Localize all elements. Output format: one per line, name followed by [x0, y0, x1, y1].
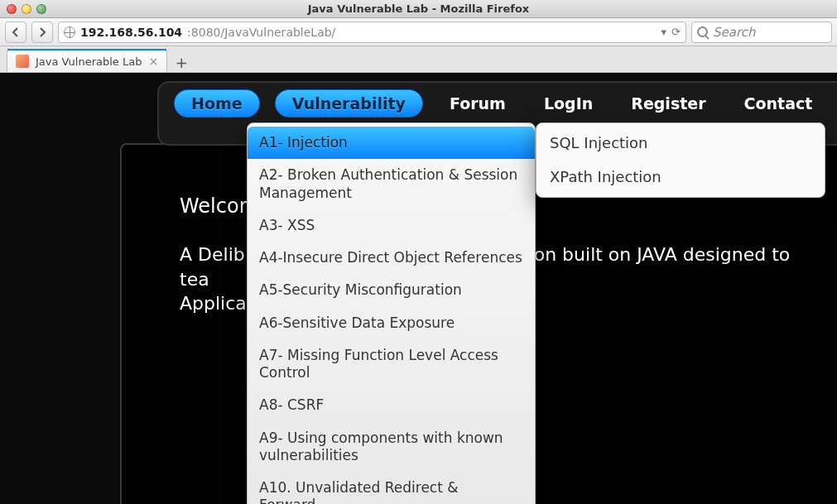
submenu-sql-injection[interactable]: SQL Injection: [536, 127, 825, 161]
menu-a1-injection[interactable]: A1- Injection: [248, 127, 535, 159]
tab-strip: Java Vulnerable Lab × +: [0, 46, 837, 73]
page-content: Welcom A Delib on built on JAVA designed…: [0, 73, 837, 504]
maximize-window-button[interactable]: [36, 4, 46, 14]
menu-a7-access-control[interactable]: A7- Missing Function Level Access Contro…: [248, 339, 535, 390]
window-titlebar: Java Vulnerable Lab - Mozilla Firefox: [0, 0, 837, 18]
favicon-icon: [16, 55, 29, 68]
browser-toolbar: 192.168.56.104:8080/JavaVulnerableLab/ ▾…: [0, 18, 837, 46]
minimize-window-button[interactable]: [22, 4, 31, 14]
nav-register[interactable]: Register: [619, 89, 717, 118]
tab-label: Java Vulnerable Lab: [36, 55, 142, 68]
submenu-xpath-injection[interactable]: XPath Injection: [536, 161, 825, 194]
search-icon: [697, 26, 708, 37]
tab-close-icon[interactable]: ×: [148, 55, 158, 68]
url-bar[interactable]: 192.168.56.104:8080/JavaVulnerableLab/ ▾…: [58, 22, 686, 43]
forward-button[interactable]: [31, 22, 53, 43]
desc-frag-1: A Delib: [180, 244, 245, 265]
nav-login[interactable]: LogIn: [532, 89, 604, 118]
dropdown-history-icon[interactable]: ▾: [661, 26, 667, 38]
menu-a2-broken-auth[interactable]: A2- Broken Authentication & Session Mana…: [248, 159, 535, 209]
window-title: Java Vulnerable Lab - Mozilla Firefox: [0, 2, 837, 15]
new-tab-button[interactable]: +: [171, 52, 192, 72]
nav-home[interactable]: Home: [174, 89, 260, 118]
globe-icon: [64, 26, 75, 38]
nav-contact[interactable]: Contact: [733, 89, 825, 118]
close-window-button[interactable]: [7, 4, 17, 14]
url-host: 192.168.56.104: [80, 26, 182, 39]
menu-a8-csrf[interactable]: A8- CSRF: [248, 389, 535, 421]
tab-java-vulnerable-lab[interactable]: Java Vulnerable Lab ×: [7, 50, 167, 72]
menu-a5-misconfig[interactable]: A5-Security Misconfiguration: [248, 274, 535, 306]
desc-frag-3: Applica: [180, 293, 247, 314]
menu-a9-components[interactable]: A9- Using components with known vulnerab…: [248, 422, 535, 473]
url-path: :8080/JavaVulnerableLab/: [187, 26, 335, 39]
window-buttons: [7, 4, 46, 14]
menu-a6-sensitive-data[interactable]: A6-Sensitive Data Exposure: [248, 307, 535, 339]
search-placeholder: Search: [713, 25, 756, 40]
vulnerability-dropdown: A1- Injection A2- Broken Authentication …: [247, 122, 536, 504]
menu-a4-idor[interactable]: A4-Insecure Direct Object References: [248, 242, 535, 274]
reload-icon[interactable]: ⟳: [671, 26, 681, 38]
back-button[interactable]: [5, 22, 26, 43]
nav-vulnerability-label: Vulnerability: [292, 94, 406, 113]
menu-a10-redirect[interactable]: A10. Unvalidated Redirect & Forward..: [248, 472, 535, 504]
search-box[interactable]: Search: [691, 22, 832, 43]
injection-submenu: SQL Injection XPath Injection: [536, 122, 825, 198]
nav-forum[interactable]: Forum: [438, 89, 517, 118]
nav-vulnerability[interactable]: Vulnerability: [275, 89, 423, 118]
nav-home-label: Home: [191, 94, 243, 113]
menu-a3-xss[interactable]: A3- XSS: [248, 209, 535, 242]
